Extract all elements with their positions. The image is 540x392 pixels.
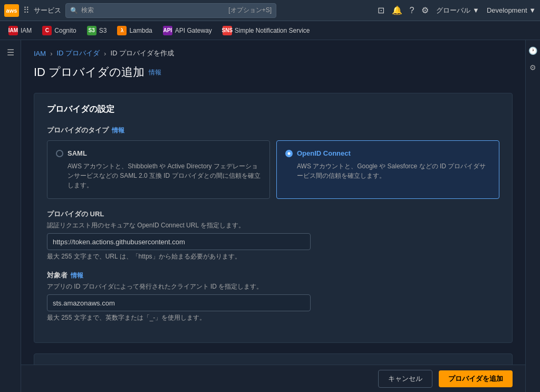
nav-right: ⊡ 🔔 ? ⚙ グローバル ▼ Development ▼ (378, 5, 536, 15)
help-icon[interactable]: ? (410, 6, 414, 15)
service-tab-sns[interactable]: SNS Simple Notification Service (218, 24, 314, 37)
page-title: ID プロバイダの追加 情報 (34, 64, 513, 80)
account-selector[interactable]: Development ▼ (487, 6, 536, 14)
provider-settings-title: プロバイダの設定 (47, 104, 499, 115)
search-icon: 🔍 (70, 7, 78, 14)
breadcrumb: IAM › ID プロバイダ › ID プロバイダを作成 (34, 49, 513, 58)
breadcrumb-sep-1: › (50, 50, 52, 58)
iam-icon: IAM (8, 26, 18, 35)
service-tab-s3[interactable]: S3 S3 (83, 24, 111, 37)
global-selector[interactable]: グローバル ▼ (436, 6, 479, 15)
service-label-s3: S3 (99, 27, 107, 34)
provider-option-openid[interactable]: OpenID Connect AWS アカウントと、Google や Sales… (276, 140, 499, 199)
service-label-apigateway: API Gateway (175, 27, 212, 34)
search-placeholder: 検索 (81, 6, 94, 15)
audience-info-link[interactable]: 情報 (71, 271, 83, 280)
breadcrumb-current: ID プロバイダを作成 (110, 49, 174, 58)
gear-icon[interactable]: ⚙ (527, 61, 538, 74)
bell-icon[interactable]: 🔔 (392, 5, 402, 15)
search-bar[interactable]: 🔍 検索 [オプション+S] (65, 3, 276, 18)
provider-type-text: プロバイダのタイプ (47, 126, 109, 135)
openid-header: OpenID Connect (285, 149, 490, 157)
provider-options: SAML AWS アカウントと、Shibboleth や Active Dire… (47, 140, 499, 199)
service-label-iam: IAM (21, 27, 32, 34)
grid-icon[interactable]: ⠿ (23, 5, 30, 15)
audience-input[interactable] (47, 294, 311, 311)
saml-radio[interactable] (56, 150, 63, 157)
content-area: IAM › ID プロバイダ › ID プロバイダを作成 ID プロバイダの追加… (21, 40, 525, 392)
provider-option-saml[interactable]: SAML AWS アカウントと、Shibboleth や Active Dire… (47, 140, 270, 199)
service-tab-lambda[interactable]: λ Lambda (113, 24, 156, 37)
saml-title: SAML (68, 149, 87, 157)
breadcrumb-id-provider[interactable]: ID プロバイダ (56, 49, 100, 58)
audience-form-group: 対象者 情報 アプリの ID プロバイダによって発行されたクライアント ID を… (47, 271, 499, 322)
search-shortcut: [オプション+S] (228, 6, 272, 15)
services-label[interactable]: サービス (34, 6, 61, 15)
service-tab-iam[interactable]: IAM IAM (4, 24, 36, 37)
url-hint: 最大 255 文字まで、URL は、「https」から始まる必要があります。 (47, 252, 499, 261)
provider-type-info[interactable]: 情報 (112, 126, 124, 135)
right-sidebar: 🕐 ⚙ (525, 40, 540, 392)
service-tab-apigateway[interactable]: API API Gateway (159, 24, 216, 37)
top-nav: aws ⠿ サービス 🔍 検索 [オプション+S] ⊡ 🔔 ? ⚙ グローバル … (0, 0, 540, 21)
sns-icon: SNS (223, 26, 232, 35)
openid-title: OpenID Connect (297, 149, 351, 157)
service-label-sns: Simple Notification Service (235, 27, 310, 34)
saml-header: SAML (56, 149, 261, 157)
bottom-bar: キャンセル プロバイダを追加 (21, 365, 525, 392)
lambda-icon: λ (117, 26, 127, 35)
menu-icon[interactable]: ☰ (4, 44, 17, 61)
main-layout: ☰ IAM › ID プロバイダ › ID プロバイダを作成 ID プロバイダの… (0, 40, 540, 392)
cancel-button[interactable]: キャンセル (378, 370, 432, 388)
url-form-group: プロバイダの URL 認証リクエスト用のセキュアな OpenID Connect… (47, 209, 499, 261)
service-tab-cognito[interactable]: C Cognito (38, 24, 80, 37)
settings-icon[interactable]: ⚙ (421, 5, 429, 15)
upload-icon[interactable]: ⊡ (378, 5, 384, 15)
url-label: プロバイダの URL (47, 209, 499, 219)
left-sidebar: ☰ (0, 40, 21, 392)
service-label-lambda: Lambda (129, 27, 152, 34)
service-label-cognito: Cognito (54, 27, 76, 34)
url-input[interactable] (47, 233, 311, 250)
apigateway-icon: API (163, 26, 172, 35)
service-bar: IAM IAM C Cognito S3 S3 λ Lambda API API… (0, 21, 540, 40)
breadcrumb-sep-2: › (104, 50, 106, 58)
cognito-icon: C (42, 26, 52, 35)
url-label-text: プロバイダの URL (47, 209, 104, 219)
audience-label: 対象者 情報 (47, 271, 499, 280)
openid-desc: AWS アカウントと、Google や Salesforce などの ID プロ… (297, 161, 490, 180)
aws-logo: aws (4, 4, 19, 17)
audience-hint: 最大 255 文字まで、英数字または「_-」を使用します。 (47, 313, 499, 322)
saml-desc: AWS アカウントと、Shibboleth や Active Directory… (68, 161, 261, 190)
page-title-text: ID プロバイダの追加 (34, 64, 144, 80)
audience-sublabel: アプリの ID プロバイダによって発行されたクライアント ID を指定します。 (47, 282, 499, 291)
breadcrumb-iam[interactable]: IAM (34, 50, 46, 58)
provider-type-label: プロバイダのタイプ 情報 (47, 126, 499, 135)
page-info-link[interactable]: 情報 (149, 68, 161, 77)
submit-button[interactable]: プロバイダを追加 (439, 370, 513, 387)
openid-radio[interactable] (285, 150, 293, 157)
s3-icon: S3 (87, 26, 97, 35)
url-sublabel: 認証リクエスト用のセキュアな OpenID Connect URL を指定します… (47, 221, 499, 230)
audience-label-text: 対象者 (47, 271, 68, 280)
provider-settings-card: プロバイダの設定 プロバイダのタイプ 情報 SAML AWS アカウントと、Sh… (34, 93, 513, 343)
clock-icon[interactable]: 🕐 (526, 44, 539, 57)
